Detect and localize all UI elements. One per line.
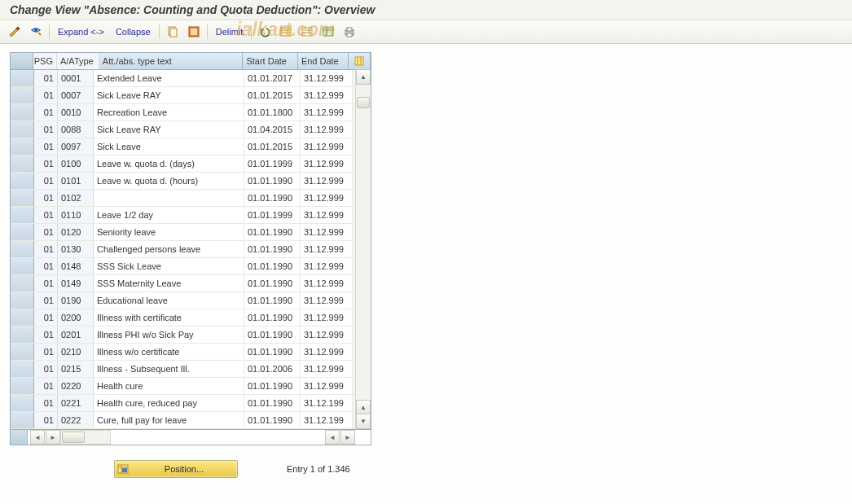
cell-end[interactable]: 31.12.999 <box>301 104 353 121</box>
cell-end[interactable]: 31.12.999 <box>301 258 353 274</box>
cell-end[interactable]: 31.12.999 <box>301 207 353 223</box>
cell-aatype[interactable]: 0088 <box>58 121 94 138</box>
cell-aatype[interactable]: 0201 <box>58 327 94 343</box>
cell-text[interactable]: Seniority leave <box>94 224 244 240</box>
cell-end[interactable]: 31.12.999 <box>301 309 353 326</box>
cell-aatype[interactable]: 0148 <box>58 258 94 274</box>
cell-psg[interactable]: 01 <box>34 156 58 172</box>
copy-button[interactable] <box>163 23 182 41</box>
row-selector[interactable] <box>11 395 34 411</box>
cell-aatype[interactable]: 0010 <box>58 104 94 121</box>
cell-aatype[interactable]: 0200 <box>58 309 94 326</box>
hscroll-left-button[interactable]: ◄ <box>30 430 45 445</box>
row-selector[interactable] <box>11 327 34 343</box>
print-button[interactable] <box>340 23 359 41</box>
row-selector-header[interactable] <box>11 53 33 69</box>
row-selector[interactable] <box>11 344 34 360</box>
cell-psg[interactable]: 01 <box>34 258 58 274</box>
cell-start[interactable]: 01.01.1990 <box>244 224 301 240</box>
cell-aatype[interactable]: 0215 <box>58 361 94 377</box>
cell-psg[interactable]: 01 <box>34 378 58 394</box>
cell-start[interactable]: 01.01.1990 <box>244 344 301 360</box>
cell-text[interactable]: SSS Maternity Leave <box>94 275 244 291</box>
cell-text[interactable]: Challenged persons leave <box>94 241 244 257</box>
row-selector[interactable] <box>11 292 34 309</box>
cell-psg[interactable]: 01 <box>34 292 58 309</box>
cell-start[interactable]: 01.01.1990 <box>244 241 301 257</box>
cell-end[interactable]: 31.12.999 <box>301 327 353 343</box>
cell-text[interactable]: Recreation Leave <box>94 104 244 121</box>
cell-aatype[interactable]: 0100 <box>58 156 94 172</box>
cell-psg[interactable]: 01 <box>34 361 58 377</box>
cell-start[interactable]: 01.01.1999 <box>244 156 301 172</box>
cell-aatype[interactable]: 0120 <box>58 224 94 240</box>
cell-end[interactable]: 31.12.999 <box>301 344 353 360</box>
cell-start[interactable]: 01.01.1990 <box>244 275 301 291</box>
cell-text[interactable]: Leave 1/2 day <box>94 207 244 223</box>
delimit-button[interactable]: Delimit <box>211 27 248 37</box>
cell-end[interactable]: 31.12.999 <box>301 87 353 103</box>
row-selector[interactable] <box>11 275 34 291</box>
cell-end[interactable]: 31.12.999 <box>301 70 353 86</box>
cell-end[interactable]: 31.12.999 <box>301 156 353 172</box>
scroll-track[interactable] <box>356 97 371 401</box>
row-selector[interactable] <box>11 207 34 223</box>
cell-psg[interactable]: 01 <box>34 87 58 103</box>
col-header-text[interactable]: Att./abs. type text <box>99 53 244 69</box>
row-selector[interactable] <box>11 104 34 121</box>
hscroll-right-button-2[interactable]: ► <box>340 430 355 445</box>
hscroll-left-button-2[interactable]: ◄ <box>325 430 340 445</box>
cell-text[interactable]: SSS Sick Leave <box>94 258 244 274</box>
cell-text[interactable]: Illness w/o certificate <box>94 344 244 360</box>
cell-start[interactable]: 01.01.1990 <box>244 173 301 189</box>
configure-columns-button[interactable] <box>349 53 371 69</box>
cell-aatype[interactable]: 0210 <box>58 344 94 360</box>
cell-text[interactable]: Illness with certificate <box>94 309 244 326</box>
row-selector[interactable] <box>11 241 34 257</box>
cell-psg[interactable]: 01 <box>34 275 58 291</box>
select-block-button[interactable] <box>276 23 296 41</box>
col-header-start[interactable]: Start Date <box>243 53 297 69</box>
cell-end[interactable]: 31.12.999 <box>301 224 353 240</box>
cell-start[interactable]: 01.01.1990 <box>244 309 301 326</box>
cell-end[interactable]: 31.12.199 <box>301 395 353 411</box>
table-settings-button[interactable] <box>318 23 338 41</box>
cell-start[interactable]: 01.04.2015 <box>244 121 301 138</box>
toggle-display-change-button[interactable] <box>5 23 24 41</box>
row-selector[interactable] <box>11 190 34 206</box>
cell-text[interactable]: Health cure, reduced pay <box>94 395 244 411</box>
cell-psg[interactable]: 01 <box>34 344 58 360</box>
row-selector[interactable] <box>11 156 34 172</box>
cell-end[interactable]: 31.12.999 <box>301 121 353 138</box>
cell-text[interactable]: Sick Leave RAY <box>94 121 244 138</box>
cell-psg[interactable]: 01 <box>34 224 58 240</box>
cell-psg[interactable]: 01 <box>34 395 58 411</box>
cell-aatype[interactable]: 0221 <box>58 395 94 411</box>
cell-text[interactable]: Illness - Subsequent Ill. <box>94 361 244 377</box>
other-view-button[interactable] <box>26 23 46 41</box>
cell-psg[interactable]: 01 <box>34 412 58 428</box>
cell-start[interactable]: 01.01.2006 <box>244 361 301 377</box>
cell-psg[interactable]: 01 <box>34 309 58 326</box>
cell-psg[interactable]: 01 <box>34 190 58 206</box>
cell-psg[interactable]: 01 <box>34 121 58 138</box>
col-header-psg[interactable]: PSG <box>33 53 56 69</box>
hscroll-track-left[interactable] <box>60 430 111 445</box>
cell-end[interactable]: 31.12.999 <box>301 190 353 206</box>
row-selector[interactable] <box>11 173 34 189</box>
cell-text[interactable]: Health cure <box>94 378 244 394</box>
deselect-all-button[interactable] <box>297 23 317 41</box>
expand-button[interactable]: Expand <-> <box>53 27 109 37</box>
cell-end[interactable]: 31.12.999 <box>301 173 353 189</box>
cell-start[interactable]: 01.01.1990 <box>244 327 301 343</box>
cell-aatype[interactable]: 0097 <box>58 138 94 155</box>
cell-text[interactable]: Educational leave <box>94 292 244 309</box>
cell-psg[interactable]: 01 <box>34 173 58 189</box>
cell-start[interactable]: 01.01.1990 <box>244 412 301 428</box>
row-selector[interactable] <box>11 309 34 326</box>
collapse-button[interactable]: Collapse <box>111 27 156 37</box>
cell-end[interactable]: 31.12.999 <box>301 275 353 291</box>
cell-psg[interactable]: 01 <box>34 241 58 257</box>
cell-start[interactable]: 01.01.1990 <box>244 190 301 206</box>
cell-start[interactable]: 01.01.1990 <box>244 395 301 411</box>
